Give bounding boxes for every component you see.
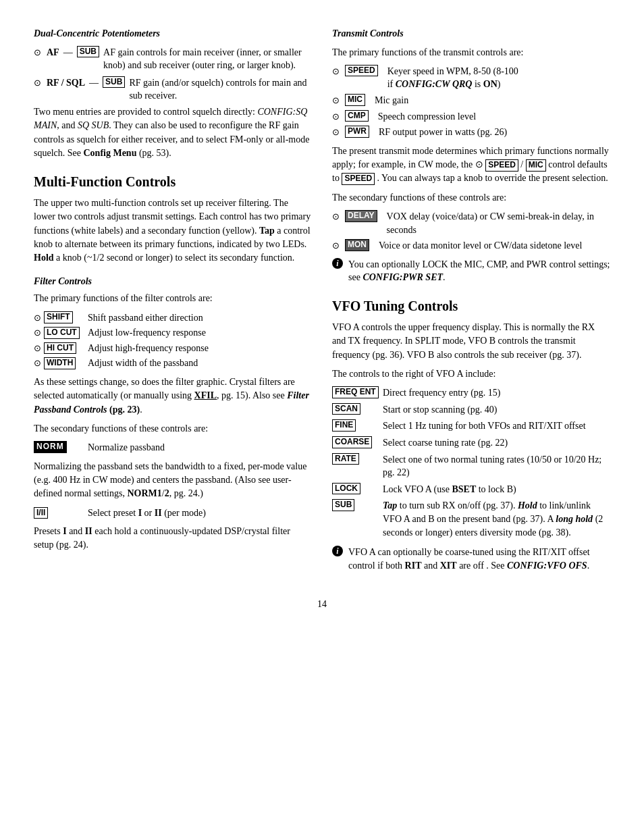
mon-row: ⊙ MON Voice or data monitor level or CW/… <box>332 239 610 253</box>
knob-icon-mon: ⊙ <box>332 240 340 252</box>
shift-badge-col: ⊙ SHIFT <box>34 311 88 324</box>
preset-para: Presets I and II each hold a continuousl… <box>34 525 312 552</box>
knob-icon-width: ⊙ <box>34 357 41 369</box>
info-icon-transmit: i <box>332 258 343 269</box>
af-desc: AF gain controls for main receiver (inne… <box>103 46 312 72</box>
lock-badge: LOCK <box>332 483 360 495</box>
af-sub-label: AF — SUB AF gain controls for main recei… <box>47 46 312 72</box>
freq-ent-badge: FREQ ENT <box>332 386 379 398</box>
mon-desc: Voice or data monitor level or CW/data s… <box>379 239 610 253</box>
rate-badge: RATE <box>332 453 359 465</box>
filter-locut-row: ⊙ LO CUT Adjust low-frequency response <box>34 326 312 340</box>
mon-badge: MON <box>345 239 369 251</box>
norm-row: NORM Normalize passband <box>34 441 312 454</box>
knob-icon-rf: ⊙ <box>34 77 41 89</box>
page-number: 14 <box>34 598 610 611</box>
knob-icon-af: ⊙ <box>34 47 41 59</box>
speed-row: ⊙ SPEED Keyer speed in WPM, 8-50 (8-100i… <box>332 65 610 91</box>
sub-badge-rf: SUB <box>103 76 125 88</box>
transmit-secondary-intro: The secondary functions of these control… <box>332 191 610 205</box>
freq-ent-desc: Direct frequency entry (pg. 15) <box>383 386 610 400</box>
rf-sub-row: ⊙ RF / SQL — SUB RF gain (and/or squelch… <box>34 76 312 103</box>
hicut-desc: Adjust high-frequency response <box>88 342 312 355</box>
main-content: Dual-Concentric Potentiometers ⊙ AF — SU… <box>34 27 610 577</box>
af-label: AF <box>47 46 59 59</box>
knob-icon-pwr: ⊙ <box>332 126 340 138</box>
cmp-badge: CMP <box>345 110 369 122</box>
i-ii-badge: I/II <box>34 507 48 519</box>
right-column: Transmit Controls The primary functions … <box>332 27 610 577</box>
filter-secondary-intro: The secondary functions of these control… <box>34 422 312 436</box>
scan-desc: Start or stop scanning (pg. 40) <box>383 403 610 417</box>
cmp-row: ⊙ CMP Speech compression level <box>332 110 610 124</box>
pwr-badge: PWR <box>345 126 369 138</box>
knob-icon-delay: ⊙ <box>332 211 340 223</box>
cmp-desc: Speech compression level <box>378 110 610 124</box>
filter-heading: Filter Controls <box>34 275 312 288</box>
shift-desc: Shift passband either direction <box>88 311 312 325</box>
transmit-intro: The primary functions of the transmit co… <box>332 46 610 59</box>
speed-desc: Keyer speed in WPM, 8-50 (8-100if CONFIG… <box>387 65 610 91</box>
scan-row: SCAN Start or stop scanning (pg. 40) <box>332 403 610 417</box>
i-ii-desc: Select preset I or II (per mode) <box>88 506 312 520</box>
hicut-badge: HI CUT <box>44 342 76 355</box>
lock-row: LOCK Lock VFO A (use BSET to lock B) <box>332 483 610 496</box>
filter-width-row: ⊙ WIDTH Adjust width of the passband <box>34 357 312 370</box>
dual-concentric-heading: Dual-Concentric Potentiometers <box>34 27 312 41</box>
mic-row: ⊙ MIC Mic gain <box>332 94 610 107</box>
knob-icon-mic: ⊙ <box>332 95 340 107</box>
width-badge-col: ⊙ WIDTH <box>34 357 88 369</box>
locut-desc: Adjust low-frequency response <box>88 326 312 340</box>
normalize-para: Normalizing the passband sets the bandwi… <box>34 460 312 501</box>
transmit-info: You can optionally LOCK the MIC, CMP, an… <box>348 258 610 284</box>
filter-intro: The primary functions of the filter cont… <box>34 292 312 305</box>
sub-badge-vfo: SUB <box>332 499 354 511</box>
multifunction-para: The upper two multi-function controls se… <box>34 197 312 265</box>
shift-badge: SHIFT <box>44 311 73 323</box>
fine-badge-col: FINE <box>332 419 383 432</box>
rf-sub-label: RF / SQL — SUB RF gain (and/or squelch) … <box>47 76 312 103</box>
i-ii-badge-col: I/II <box>34 507 88 519</box>
scan-badge-col: SCAN <box>332 403 383 415</box>
freq-ent-badge-col: FREQ ENT <box>332 386 383 398</box>
coarse-badge: COARSE <box>332 436 372 448</box>
pwr-row: ⊙ PWR RF output power in watts (pg. 26) <box>332 126 610 139</box>
multifunction-heading: Multi-Function Controls <box>34 172 312 191</box>
filter-shift-row: ⊙ SHIFT Shift passband either direction <box>34 311 312 325</box>
rate-row: RATE Select one of two normal tuning rat… <box>332 453 610 479</box>
width-desc: Adjust width of the passband <box>88 357 312 370</box>
sub-row: SUB Tap to turn sub RX on/off (pg. 37). … <box>332 499 610 539</box>
vfo-info-row: i VFO A can optionally be coarse-tuned u… <box>332 546 610 572</box>
sub-desc: Tap to turn sub RX on/off (pg. 37). Hold… <box>383 499 610 539</box>
vfo-heading: VFO Tuning Controls <box>332 296 610 315</box>
filter-para1: As these settings change, so does the fi… <box>34 375 312 417</box>
locut-badge: LO CUT <box>44 327 80 339</box>
knob-icon-shift: ⊙ <box>34 312 41 324</box>
speed-badge: SPEED <box>345 65 378 77</box>
knob-icon-speed: ⊙ <box>332 66 340 78</box>
rate-badge-col: RATE <box>332 453 383 465</box>
coarse-badge-col: COARSE <box>332 436 383 448</box>
rf-sql-label: RF / SQL <box>47 76 85 90</box>
i-ii-row: I/II Select preset I or II (per mode) <box>34 506 312 520</box>
norm-badge: NORM <box>34 441 67 453</box>
info-icon-vfo: i <box>332 546 343 556</box>
norm-badge-col: NORM <box>34 441 88 453</box>
sub-badge-col: SUB <box>332 499 383 511</box>
norm-desc: Normalize passband <box>88 441 312 454</box>
vfo-para1: VFO A controls the upper frequency displ… <box>332 321 610 362</box>
sub-badge-af: SUB <box>77 46 99 58</box>
pwr-desc: RF output power in watts (pg. 26) <box>379 126 610 139</box>
lock-desc: Lock VFO A (use BSET to lock B) <box>383 483 610 496</box>
lock-badge-col: LOCK <box>332 483 383 495</box>
width-badge: WIDTH <box>44 357 76 369</box>
fine-desc: Select 1 Hz tuning for both VFOs and RIT… <box>383 419 610 433</box>
coarse-row: COARSE Select coarse tuning rate (pg. 22… <box>332 436 610 450</box>
fine-row: FINE Select 1 Hz tuning for both VFOs an… <box>332 419 610 433</box>
vfo-controls-intro: The controls to the right of VFO A inclu… <box>332 367 610 381</box>
rf-dash: — <box>89 76 99 90</box>
delay-badge: DELAY <box>345 210 377 222</box>
transmit-info-row: i You can optionally LOCK the MIC, CMP, … <box>332 258 610 284</box>
left-column: Dual-Concentric Potentiometers ⊙ AF — SU… <box>34 27 312 577</box>
mic-badge: MIC <box>345 94 365 106</box>
